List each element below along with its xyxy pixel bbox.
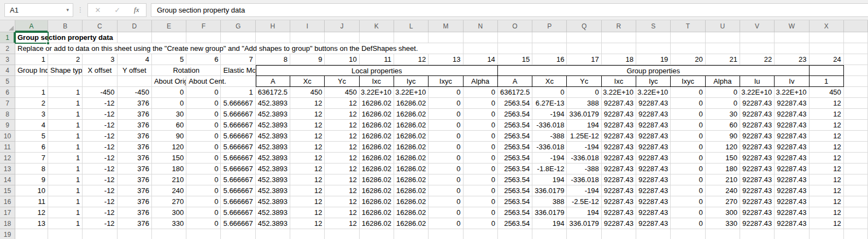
cell-H1[interactable] bbox=[256, 32, 290, 43]
cell-L12[interactable]: 16286.02 bbox=[394, 153, 429, 164]
cell-A1[interactable]: Group section property data bbox=[15, 32, 118, 43]
cell-S19[interactable] bbox=[636, 229, 671, 239]
formula-input[interactable]: Group section property data bbox=[151, 3, 868, 17]
cell-B5[interactable] bbox=[48, 76, 83, 87]
cell-W17[interactable]: 92287.43 bbox=[775, 207, 809, 218]
cell-F13[interactable]: 0 bbox=[186, 164, 221, 174]
cell-I15[interactable]: 12 bbox=[290, 185, 325, 196]
cell-O7[interactable]: 2563.54 bbox=[498, 98, 532, 109]
cell-A14[interactable]: 9 bbox=[15, 174, 48, 185]
cell-O16[interactable]: 2563.54 bbox=[498, 196, 532, 207]
cell-U7[interactable]: 0 bbox=[706, 98, 740, 109]
cell-partial-6[interactable] bbox=[844, 87, 868, 98]
cell-I3[interactable]: 9 bbox=[290, 54, 325, 65]
cell-A13[interactable]: 8 bbox=[15, 164, 48, 174]
cell-U8[interactable]: 30 bbox=[706, 109, 740, 120]
cell-O19[interactable] bbox=[498, 229, 532, 239]
cell-B13[interactable]: 1 bbox=[48, 164, 83, 174]
cell-P13[interactable]: -1.8E-12 bbox=[532, 164, 567, 174]
cell-P6[interactable]: 0 bbox=[532, 87, 567, 98]
cell-X14[interactable]: 12 bbox=[810, 174, 844, 185]
cell-F15[interactable]: 0 bbox=[186, 185, 221, 196]
cell-Q11[interactable]: -194 bbox=[567, 142, 601, 153]
cell-T11[interactable]: 0 bbox=[671, 142, 705, 153]
cell-V1[interactable] bbox=[740, 32, 775, 43]
row-header-10[interactable]: 10 bbox=[0, 131, 15, 142]
cell-E9[interactable]: 60 bbox=[152, 120, 186, 131]
cell-L14[interactable]: 16286.02 bbox=[394, 174, 429, 185]
cell-J11[interactable]: 12 bbox=[325, 142, 359, 153]
cell-I11[interactable]: 12 bbox=[290, 142, 325, 153]
cell-V19[interactable] bbox=[740, 229, 775, 239]
cell-W16[interactable]: 92287.43 bbox=[775, 196, 809, 207]
cell-R8[interactable]: 92287.43 bbox=[602, 109, 636, 120]
row-header-3[interactable]: 3 bbox=[0, 54, 15, 65]
cell-A2[interactable]: Replace or add to data on this sheet usi… bbox=[15, 43, 464, 54]
cell-F14[interactable]: 0 bbox=[186, 174, 221, 185]
cell-G3[interactable]: 7 bbox=[221, 54, 255, 65]
cell-C10[interactable]: -12 bbox=[83, 131, 117, 142]
cell-D12[interactable]: 376 bbox=[118, 153, 152, 164]
cell-S12[interactable]: 92287.43 bbox=[636, 153, 671, 164]
cell-X1[interactable] bbox=[810, 32, 844, 43]
cell-T12[interactable]: 0 bbox=[671, 153, 705, 164]
cell-W13[interactable]: 92287.43 bbox=[775, 164, 809, 174]
cell-M10[interactable]: 0 bbox=[429, 131, 463, 142]
cell-W11[interactable]: 92287.43 bbox=[775, 142, 809, 153]
cell-J9[interactable]: 12 bbox=[325, 120, 359, 131]
column-header-F[interactable]: F bbox=[186, 20, 221, 32]
cell-W10[interactable]: 92287.43 bbox=[775, 131, 809, 142]
cell-D17[interactable]: 376 bbox=[118, 207, 152, 218]
cell-K1[interactable] bbox=[360, 32, 394, 43]
cell-P7[interactable]: 6.27E-13 bbox=[532, 98, 567, 109]
cell-S3[interactable]: 19 bbox=[636, 54, 671, 65]
cell-E4-rotation[interactable]: Rotation bbox=[152, 65, 221, 76]
cell-R2[interactable] bbox=[602, 43, 636, 54]
cell-X12[interactable]: 12 bbox=[810, 153, 844, 164]
cell-N10[interactable]: 0 bbox=[464, 131, 498, 142]
cell-W14[interactable]: 92287.43 bbox=[775, 174, 809, 185]
cell-I6[interactable]: 450 bbox=[290, 87, 325, 98]
cell-K3[interactable]: 11 bbox=[360, 54, 394, 65]
cell-S6[interactable]: 3.22E+10 bbox=[636, 87, 671, 98]
cell-X4[interactable] bbox=[810, 65, 844, 76]
cell-O18[interactable]: 2563.54 bbox=[498, 218, 532, 229]
cell-A18[interactable]: 13 bbox=[15, 218, 48, 229]
cell-P9[interactable]: -336.018 bbox=[532, 120, 567, 131]
column-header-W[interactable]: W bbox=[775, 20, 809, 32]
cell-C13[interactable]: -12 bbox=[83, 164, 117, 174]
cell-O2[interactable] bbox=[498, 43, 532, 54]
cell-O6[interactable]: 636172.5 bbox=[498, 87, 532, 98]
cell-N2[interactable] bbox=[464, 43, 498, 54]
cell-G4[interactable]: Elastic Mo bbox=[221, 65, 255, 76]
cell-S9[interactable]: 92287.43 bbox=[636, 120, 671, 131]
cell-D15[interactable]: 376 bbox=[118, 185, 152, 196]
cell-C16[interactable]: -12 bbox=[83, 196, 117, 207]
cell-S16[interactable]: 92287.43 bbox=[636, 196, 671, 207]
cell-G5[interactable] bbox=[221, 76, 255, 87]
cell-W19[interactable] bbox=[775, 229, 809, 239]
cell-K6[interactable]: 3.22E+10 bbox=[360, 87, 394, 98]
cell-B15[interactable]: 1 bbox=[48, 185, 83, 196]
cell-T19[interactable] bbox=[671, 229, 705, 239]
cell-N3[interactable]: 14 bbox=[464, 54, 498, 65]
cell-N14[interactable]: 0 bbox=[464, 174, 498, 185]
cell-L9[interactable]: 16286.02 bbox=[394, 120, 429, 131]
cell-G8[interactable]: 5.666667 bbox=[221, 109, 255, 120]
cell-J3[interactable]: 10 bbox=[325, 54, 359, 65]
cell-J1[interactable] bbox=[325, 32, 359, 43]
cell-U17[interactable]: 300 bbox=[706, 207, 740, 218]
cell-X5[interactable]: 1 bbox=[810, 76, 844, 87]
cell-D5[interactable] bbox=[118, 76, 152, 87]
cell-Q19[interactable] bbox=[567, 229, 601, 239]
column-header-E[interactable]: E bbox=[152, 20, 186, 32]
cell-W5[interactable]: Iv bbox=[775, 76, 809, 87]
cell-U15[interactable]: 240 bbox=[706, 185, 740, 196]
cell-R3[interactable]: 18 bbox=[602, 54, 636, 65]
cell-partial-4[interactable] bbox=[844, 65, 868, 76]
column-header-J[interactable]: J bbox=[325, 20, 359, 32]
name-box-dropdown-icon[interactable]: ▾ bbox=[66, 7, 69, 13]
cell-Q17[interactable]: 194 bbox=[567, 207, 601, 218]
cell-H14[interactable]: 452.3893 bbox=[256, 174, 290, 185]
row-header-15[interactable]: 15 bbox=[0, 185, 15, 196]
